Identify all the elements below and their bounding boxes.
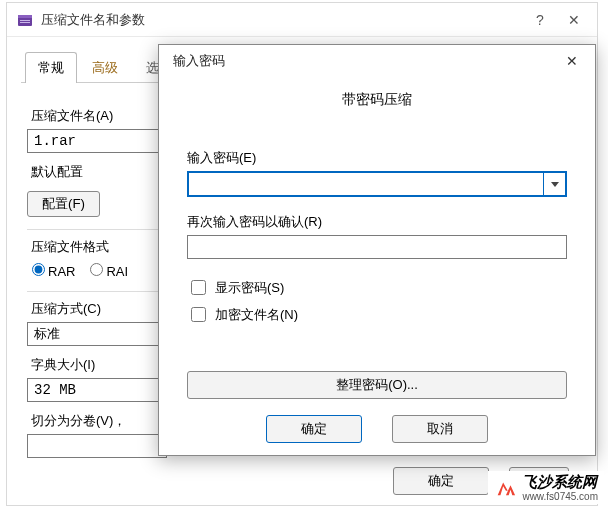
show-password-checkbox[interactable]: 显示密码(S) xyxy=(187,277,567,298)
tab-advanced[interactable]: 高级 xyxy=(79,52,131,83)
pw-close-button[interactable]: ✕ xyxy=(555,49,589,73)
radio-rar-input[interactable] xyxy=(32,263,45,276)
dict-select[interactable] xyxy=(27,378,167,402)
help-button[interactable]: ? xyxy=(523,8,557,32)
pw-title: 输入密码 xyxy=(173,52,555,70)
pw-body: 输入密码(E) 再次输入密码以确认(R) 显示密码(S) 加密文件名(N) 整理… xyxy=(159,119,595,399)
watermark: 飞沙系统网 www.fs0745.com xyxy=(488,471,604,504)
radio-rar4[interactable]: RAI xyxy=(85,260,128,279)
confirm-password-input[interactable] xyxy=(187,235,567,259)
pw-cancel-button[interactable]: 取消 xyxy=(392,415,488,443)
enter-password-label: 输入密码(E) xyxy=(187,149,567,167)
svg-rect-3 xyxy=(20,22,30,23)
pw-ok-button[interactable]: 确定 xyxy=(266,415,362,443)
password-history-dropdown[interactable] xyxy=(543,171,567,197)
watermark-url: www.fs0745.com xyxy=(522,491,598,502)
radio-rar[interactable]: RAR xyxy=(27,260,75,279)
confirm-password-label: 再次输入密码以确认(R) xyxy=(187,213,567,231)
svg-rect-2 xyxy=(20,20,30,21)
pw-heading: 带密码压缩 xyxy=(159,77,595,119)
main-window-title: 压缩文件名和参数 xyxy=(41,11,523,29)
password-dialog: 输入密码 ✕ 带密码压缩 输入密码(E) 再次输入密码以确认(R) 显示密码(S… xyxy=(158,44,596,456)
radio-rar4-input[interactable] xyxy=(90,263,103,276)
password-combo xyxy=(187,171,567,197)
password-input[interactable] xyxy=(187,171,543,197)
svg-rect-1 xyxy=(18,15,32,18)
show-password-input[interactable] xyxy=(191,280,206,295)
winrar-icon xyxy=(17,12,33,28)
organize-passwords-button[interactable]: 整理密码(O)... xyxy=(187,371,567,399)
divider xyxy=(27,229,167,230)
encrypt-filenames-input[interactable] xyxy=(191,307,206,322)
main-titlebar: 压缩文件名和参数 ? ✕ xyxy=(7,3,597,37)
close-button[interactable]: ✕ xyxy=(557,8,591,32)
watermark-brand: 飞沙系统网 xyxy=(522,473,598,492)
pw-titlebar: 输入密码 ✕ xyxy=(159,45,595,77)
pw-bottom-bar: 确定 取消 xyxy=(159,415,595,443)
config-button[interactable]: 配置(F) xyxy=(27,191,100,217)
encrypt-filenames-checkbox[interactable]: 加密文件名(N) xyxy=(187,304,567,325)
divider-2 xyxy=(27,291,167,292)
split-input[interactable] xyxy=(27,434,167,458)
watermark-logo-icon xyxy=(494,477,516,499)
filename-input[interactable] xyxy=(27,129,167,153)
main-ok-button[interactable]: 确定 xyxy=(393,467,489,495)
method-select[interactable] xyxy=(27,322,167,346)
tab-general[interactable]: 常规 xyxy=(25,52,77,83)
